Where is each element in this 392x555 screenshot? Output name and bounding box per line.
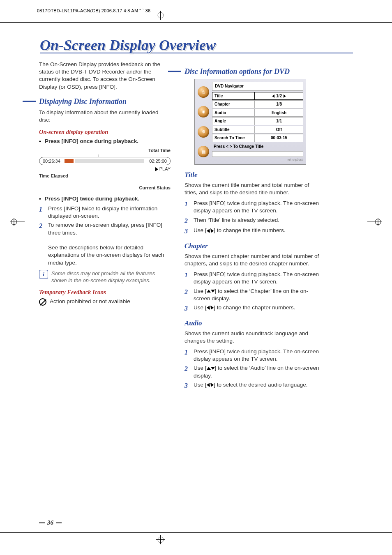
arrow-left-icon <box>207 306 210 310</box>
right-column: Disc Information options for DVD ◷ ◉ ⚙ ▦… <box>184 61 320 393</box>
navigator-value: 1/8 <box>255 100 303 108</box>
page-title: On-Screen Display Overview <box>40 38 353 53</box>
heading-audio: Audio <box>184 319 320 328</box>
page: 0817DTBD-LN11PA-AGN(GB) 2006.8.17 4:8 AM… <box>0 0 392 555</box>
prohibit-text: Action prohibited or not available <box>50 298 130 305</box>
arrow-left-icon <box>207 229 210 233</box>
registration-mark-right <box>367 218 382 226</box>
heading-title: Title <box>184 170 320 180</box>
navigator-value: 1/1 <box>255 117 303 125</box>
displaying-disc-info-text: To display information about the current… <box>39 109 171 124</box>
navigator-key: Title <box>212 92 255 100</box>
label-time-elapsed: Time Elapsed <box>39 173 68 179</box>
arrow-up-icon <box>207 290 211 292</box>
navigator-row: SubtitleOff <box>212 126 303 134</box>
content-columns: The On-Screen Display provides feedback … <box>39 61 353 393</box>
arrow-right-icon <box>284 94 286 98</box>
trim-line-bottom <box>0 532 392 533</box>
left-column: The On-Screen Display provides feedback … <box>39 61 171 393</box>
registration-mark-top <box>156 11 165 20</box>
step-text: To remove the on-screen display, press [… <box>48 221 171 266</box>
step-text: Press [INFO] twice during playback. The … <box>194 348 320 363</box>
navigator-row: Search To Time00:03:15 <box>212 134 303 142</box>
heading-temporary-feedback: Temporary Feedback Icons <box>39 288 171 297</box>
step-text: Use [/] to change the chapter numbers. <box>194 304 320 313</box>
svg-point-0 <box>158 12 164 18</box>
progress-bar-figure: Total Time 00:26:34 02:25:00 PLAY Time E… <box>39 147 171 191</box>
label-total-time: Total Time <box>148 147 171 154</box>
bullet-press-info-twice: Press [INFO] twice during playback. <box>39 195 171 203</box>
page-number: 36 <box>39 519 62 526</box>
label-current-status: Current Status <box>139 185 171 191</box>
chapter-desc: Shows the current chapter number and tot… <box>184 253 320 267</box>
navigator-key: Angle <box>212 117 255 125</box>
gear-icon: ⚙ <box>198 126 209 138</box>
navigator-footnote: ref: chp5osd <box>212 158 303 161</box>
play-icon <box>155 167 158 171</box>
navigator-key: Search To Time <box>212 134 255 142</box>
prohibit-row: Action prohibited or not available <box>39 298 171 305</box>
info-icon: i <box>39 270 48 279</box>
time-total-value: 02:25:00 <box>146 158 170 164</box>
registration-mark-bottom <box>156 535 165 544</box>
note-text: Some discs may not provide all the featu… <box>51 270 171 284</box>
step-text: Use [] to select the ‘Chapter’ line on t… <box>194 288 320 302</box>
step-text: Use [/] to change the title numbers. <box>194 227 320 236</box>
step-text: Use [/] to select the desired audio lang… <box>194 381 320 390</box>
step-text: Then ‘Title’ line is already selected. <box>194 216 320 226</box>
navigator-key: Subtitle <box>212 126 255 134</box>
navigator-key: Chapter <box>212 100 255 108</box>
time-elapsed-value: 00:26:34 <box>39 158 64 164</box>
navigator-row: Angle1/1 <box>212 117 303 125</box>
heading-chapter: Chapter <box>184 242 320 251</box>
heading-osd-operation: On-screen display operation <box>39 128 171 136</box>
title-desc: Shows the current title number and total… <box>184 182 320 196</box>
disc-icon: ◉ <box>198 106 209 117</box>
audio-desc: Shows the current audio soundtrack langu… <box>184 330 320 345</box>
navigator-row: Title1/2 <box>212 92 303 100</box>
prohibit-icon <box>39 298 46 306</box>
arrow-down-icon <box>211 367 215 370</box>
step-number: 1 <box>39 205 44 220</box>
navigator-value: 00:03:15 <box>255 134 303 142</box>
bullet-press-info-once: Press [INFO] once during playback. <box>39 138 171 145</box>
step-text: Press [INFO] twice during playback. The … <box>194 200 320 214</box>
note-row: i Some discs may not provide all the fea… <box>39 270 171 284</box>
arrow-left-icon <box>272 94 274 98</box>
registration-mark-left <box>10 218 25 226</box>
progress-bar: 00:26:34 02:25:00 <box>39 157 171 165</box>
step-text: Use [] to select the ‘Audio’ line on the… <box>194 364 320 379</box>
trim-line-top <box>0 22 392 23</box>
navigator-value: Off <box>255 126 303 134</box>
intro-text: The On-Screen Display provides feedback … <box>39 61 171 91</box>
heading-disc-info-options: Disc Information options for DVD <box>184 67 320 76</box>
svg-point-1 <box>158 537 164 543</box>
step-number: 2 <box>39 221 44 266</box>
step-text: Press [INFO] twice during playback. The … <box>194 271 320 286</box>
heading-displaying-disc-info: Displaying Disc Information <box>39 97 171 106</box>
play-status: PLAY <box>155 166 171 172</box>
navigator-row: Chapter1/8 <box>212 100 303 108</box>
navigator-key: Audio <box>212 109 255 117</box>
navigator-hint: Press < > To Change Title <box>212 143 303 151</box>
arrow-down-icon <box>211 290 215 292</box>
header-stamp: 0817DTBD-LN11PA-AGN(GB) 2006.8.17 4:8 AM… <box>37 8 150 13</box>
navigator-title: DVD Navigator <box>212 82 303 91</box>
navigator-empty-field <box>212 151 303 157</box>
navigator-row: AudioEnglish <box>212 109 303 117</box>
clock-icon: ◷ <box>198 86 209 98</box>
arrow-left-icon <box>207 383 210 387</box>
dvd-navigator: ◷ ◉ ⚙ ▦ DVD Navigator Title1/2Chapter1/8… <box>194 79 306 164</box>
step-text: Press [INFO] twice to display the inform… <box>48 205 171 220</box>
schedule-icon: ▦ <box>198 146 209 157</box>
navigator-side-icons: ◷ ◉ ⚙ ▦ <box>196 82 210 161</box>
navigator-value: 1/2 <box>255 92 303 100</box>
navigator-value: English <box>255 109 303 117</box>
arrow-up-icon <box>207 367 211 370</box>
